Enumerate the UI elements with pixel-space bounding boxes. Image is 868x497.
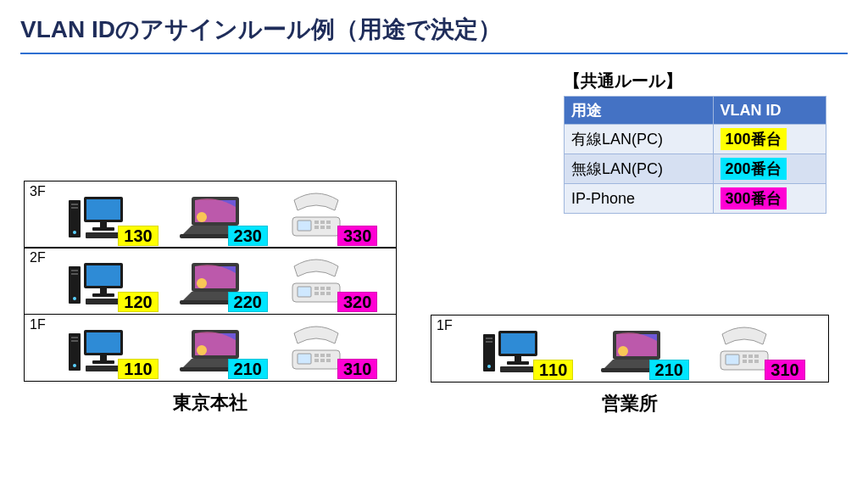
device-row: 110 210 310 xyxy=(470,322,818,378)
rule-col-vlan: VLAN ID xyxy=(713,97,826,125)
svg-rect-2 xyxy=(71,207,78,209)
svg-rect-28 xyxy=(100,288,107,293)
desktop-device: 130 xyxy=(67,192,160,244)
rule-row: IP-Phone 300番台 xyxy=(565,184,826,214)
svg-point-55 xyxy=(197,345,207,355)
device-row: 130 230 330 xyxy=(58,188,387,244)
svg-rect-16 xyxy=(314,221,319,224)
svg-rect-41 xyxy=(314,292,319,295)
phone-device: 310 xyxy=(714,326,807,378)
rule-row: 無線LAN(PC) 200番台 xyxy=(565,154,826,184)
device-row: 110 210 310 xyxy=(58,321,387,377)
rule-use: 無線LAN(PC) xyxy=(565,154,714,184)
svg-rect-51 xyxy=(92,360,114,364)
svg-rect-87 xyxy=(754,360,759,363)
vlan-tag-wireless: 230 xyxy=(228,226,268,246)
vlan-chip-wired: 100番台 xyxy=(721,128,787,150)
svg-rect-83 xyxy=(748,355,753,358)
svg-rect-27 xyxy=(86,265,120,286)
vlan-tag-phone: 330 xyxy=(337,226,377,246)
svg-rect-86 xyxy=(748,360,753,363)
svg-point-25 xyxy=(73,297,76,300)
svg-rect-43 xyxy=(326,292,331,295)
branch-caption: 営業所 xyxy=(431,391,829,416)
svg-rect-72 xyxy=(515,356,521,361)
svg-rect-37 xyxy=(298,287,311,297)
svg-rect-49 xyxy=(86,332,120,353)
svg-rect-84 xyxy=(754,355,759,358)
hq-building: 3F 130 230 3302F xyxy=(24,181,397,416)
hq-floor: 1F 110 210 310 xyxy=(24,314,397,382)
svg-rect-67 xyxy=(486,338,492,339)
floor-label: 3F xyxy=(30,184,46,199)
svg-rect-64 xyxy=(320,359,325,362)
title-underline xyxy=(20,53,848,54)
rule-col-use: 用途 xyxy=(565,97,714,125)
svg-rect-50 xyxy=(100,355,107,360)
vlan-tag-phone: 310 xyxy=(337,359,377,379)
rule-vlan: 200番台 xyxy=(713,154,826,184)
svg-rect-85 xyxy=(743,360,747,363)
rule-use: 有線LAN(PC) xyxy=(565,125,714,154)
svg-rect-46 xyxy=(71,340,78,342)
vlan-tag-wired: 120 xyxy=(118,292,158,312)
svg-rect-21 xyxy=(326,226,331,229)
floor-label: 1F xyxy=(437,318,453,333)
svg-rect-61 xyxy=(320,354,325,357)
svg-rect-23 xyxy=(71,270,78,271)
hq-floor: 3F 130 230 330 xyxy=(24,181,397,248)
common-rule-table: 用途 VLAN ID 有線LAN(PC) 100番台 無線LAN(PC) 200… xyxy=(564,96,826,214)
svg-rect-65 xyxy=(326,359,331,362)
hq-floor: 2F 120 220 320 xyxy=(24,247,397,315)
svg-rect-7 xyxy=(92,227,114,231)
rule-vlan: 300番台 xyxy=(713,184,826,214)
vlan-tag-wired: 130 xyxy=(118,226,158,246)
desktop-device: 120 xyxy=(67,258,160,310)
floor-label: 1F xyxy=(30,317,46,332)
svg-rect-62 xyxy=(326,354,331,357)
svg-rect-82 xyxy=(743,355,747,358)
branch-building: 1F 110 210 310 営業所 xyxy=(431,316,829,416)
svg-rect-73 xyxy=(507,361,529,365)
svg-rect-15 xyxy=(298,221,311,231)
branch-floor: 1F 110 210 310 xyxy=(431,315,829,383)
svg-rect-29 xyxy=(92,293,114,297)
common-rule-block: 【共通ルール】 用途 VLAN ID 有線LAN(PC) 100番台 無線LAN… xyxy=(564,70,826,214)
svg-rect-1 xyxy=(71,204,78,205)
vlan-tag-phone: 320 xyxy=(337,292,377,312)
laptop-device: 210 xyxy=(598,326,691,378)
svg-rect-6 xyxy=(100,222,107,227)
floor-label: 2F xyxy=(30,250,46,265)
svg-rect-42 xyxy=(320,292,325,295)
common-rule-heading: 【共通ルール】 xyxy=(564,70,826,92)
rule-use: IP-Phone xyxy=(565,184,714,214)
svg-rect-40 xyxy=(326,287,331,290)
svg-rect-18 xyxy=(326,221,331,224)
svg-rect-45 xyxy=(71,337,78,338)
svg-rect-52 xyxy=(86,366,121,371)
laptop-device: 230 xyxy=(176,192,270,244)
svg-rect-74 xyxy=(500,366,536,372)
svg-point-33 xyxy=(197,278,207,288)
svg-rect-68 xyxy=(486,341,492,343)
svg-point-47 xyxy=(73,364,76,367)
phone-device: 330 xyxy=(286,192,379,244)
rule-vlan: 100番台 xyxy=(713,125,826,154)
svg-rect-17 xyxy=(320,221,325,224)
page-title: VLAN IDのアサインルール例（用途で決定） xyxy=(20,14,848,51)
device-row: 120 220 320 xyxy=(58,254,387,310)
svg-rect-5 xyxy=(86,199,120,220)
vlan-tag-wireless: 210 xyxy=(649,360,689,380)
svg-rect-30 xyxy=(86,299,121,304)
svg-point-69 xyxy=(487,365,491,368)
vlan-tag-wired: 110 xyxy=(533,360,573,380)
hq-caption: 東京本社 xyxy=(24,390,397,416)
vlan-chip-phone: 300番台 xyxy=(721,187,787,209)
svg-point-3 xyxy=(73,231,76,234)
desktop-device: 110 xyxy=(481,326,575,378)
svg-rect-19 xyxy=(314,226,319,229)
vlan-tag-phone: 310 xyxy=(765,360,804,380)
phone-device: 320 xyxy=(286,258,379,310)
vlan-tag-wired: 110 xyxy=(118,359,158,379)
svg-rect-20 xyxy=(320,226,325,229)
